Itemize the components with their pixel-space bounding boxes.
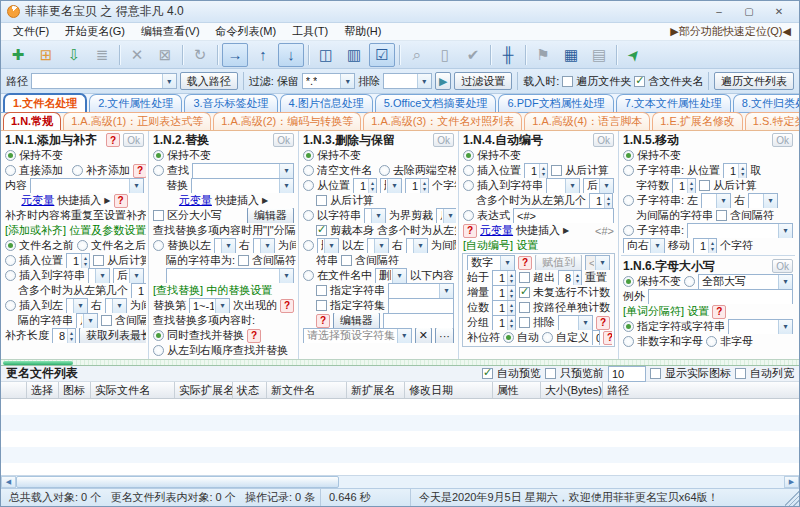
case-mode-combobox[interactable]: 全部大写 xyxy=(698,274,793,289)
add-folder-icon[interactable]: ⊞ xyxy=(33,43,59,67)
subtab-compare-list[interactable]: 1.A.高级(3)：文件名对照列表 xyxy=(363,112,522,130)
layout-columns-icon[interactable]: ▥ xyxy=(341,43,367,67)
skip-unchecked-checkbox[interactable] xyxy=(519,287,530,298)
menu-view[interactable]: 编辑查看(V) xyxy=(133,24,208,39)
submenu-arrow-icon[interactable]: ▶ xyxy=(262,196,268,205)
overflow-checkbox[interactable] xyxy=(519,272,530,283)
auto-preview-checkbox[interactable] xyxy=(482,368,493,379)
replace-combobox[interactable] xyxy=(191,178,294,193)
ok-button[interactable]: Ok xyxy=(273,133,294,147)
ok-button[interactable]: Ok xyxy=(123,133,144,147)
menu-rename[interactable]: 开始更名(G) xyxy=(57,24,133,39)
search-check-icon[interactable]: ⌕ xyxy=(404,43,430,67)
clear-preset-icon[interactable]: ✕ xyxy=(415,328,432,343)
scroll-right-icon[interactable]: ▶ xyxy=(784,476,799,488)
submenu-arrow-icon[interactable]: ▶ xyxy=(104,196,110,205)
from-end-checkbox[interactable] xyxy=(551,165,562,176)
move-count-spinner[interactable]: 1 xyxy=(693,238,717,253)
check-all-icon[interactable]: ✔ xyxy=(460,43,486,67)
from-position-radio[interactable] xyxy=(303,180,314,191)
delete-mode-combobox[interactable]: 删除 xyxy=(380,178,402,193)
help-icon[interactable]: ? xyxy=(114,194,128,208)
help-icon[interactable]: ? xyxy=(463,224,477,238)
help-icon[interactable]: ? xyxy=(603,331,612,345)
keep-radio[interactable] xyxy=(623,276,634,287)
substring-radio[interactable] xyxy=(623,225,634,236)
include-sep-checkbox[interactable] xyxy=(238,255,249,266)
menu-file[interactable]: 文件(F) xyxy=(5,24,57,39)
nth-spinner[interactable]: 1 xyxy=(131,283,146,298)
table-row[interactable] xyxy=(1,415,799,431)
row-index-header[interactable] xyxy=(1,382,27,398)
help-icon[interactable]: ? xyxy=(596,316,610,330)
number-type-combobox[interactable]: 数字 xyxy=(467,255,515,270)
insert-to-string-radio[interactable] xyxy=(5,270,16,281)
position-spinner[interactable]: 1 xyxy=(353,178,377,193)
column-select[interactable]: 选择 xyxy=(27,382,59,398)
direction-combobox[interactable]: 向右 xyxy=(623,238,665,253)
include-sep-checkbox[interactable] xyxy=(716,210,727,221)
column-icon[interactable]: 图标 xyxy=(59,382,91,398)
column-actual-name[interactable]: 实际文件名 xyxy=(91,382,175,398)
maximize-button[interactable]: ▢ xyxy=(735,4,763,20)
filter-sliders-icon[interactable]: ╫ xyxy=(495,43,521,67)
char-count-spinner[interactable]: 1 xyxy=(672,178,696,193)
table-horizontal-scrollbar[interactable]: ◀ ▶ xyxy=(1,475,799,488)
expression-radio[interactable] xyxy=(463,210,474,221)
meta-variable-link[interactable]: 元变量 xyxy=(480,223,513,238)
clear-name-radio[interactable] xyxy=(303,165,314,176)
from-end-checkbox[interactable] xyxy=(316,195,327,206)
position-spinner[interactable]: 1 xyxy=(723,163,747,178)
subtab-specific-type[interactable]: 1.S.特定类型文件名修改 xyxy=(745,112,800,130)
remove-item-icon[interactable]: ✕ xyxy=(124,43,150,67)
help-icon[interactable]: ? xyxy=(712,305,726,319)
specify-separator-radio[interactable] xyxy=(623,321,634,332)
auto-column-width-checkbox[interactable] xyxy=(735,368,746,379)
after-name-radio[interactable] xyxy=(77,240,88,251)
scrollbar-thumb[interactable] xyxy=(16,476,339,488)
subtab-general[interactable]: 1.N.常规 xyxy=(3,112,61,130)
trim-radio[interactable] xyxy=(379,165,390,176)
tab-image-info[interactable]: 4.图片信息处理 xyxy=(280,94,373,112)
insert-to-string-combobox[interactable] xyxy=(88,268,110,283)
tab-pdf-attr[interactable]: 6.PDF文档属性处理 xyxy=(498,94,613,112)
scrollbar-track[interactable] xyxy=(16,476,784,488)
overflow-spinner[interactable]: 8 xyxy=(558,270,582,285)
scroll-left-icon[interactable]: ◀ xyxy=(1,476,16,488)
column-new-name[interactable]: 新文件名 xyxy=(267,382,347,398)
keep-radio[interactable] xyxy=(623,150,634,161)
tab-music-tag[interactable]: 3.音乐标签处理 xyxy=(184,94,277,112)
subtab-extension[interactable]: 1.E.扩展名修改 xyxy=(652,112,743,130)
right-sep-combobox[interactable] xyxy=(406,238,428,253)
include-folder-name-checkbox[interactable] xyxy=(634,76,645,87)
insert-pos-radio[interactable] xyxy=(463,165,474,176)
tab-text-attr[interactable]: 7.文本文件属性处理 xyxy=(616,94,731,112)
between-replace-combobox[interactable] xyxy=(166,268,294,283)
help-icon[interactable]: ? xyxy=(133,164,146,178)
column-status[interactable]: 状态 xyxy=(233,382,267,398)
trash-check-icon[interactable]: ▯ xyxy=(432,43,458,67)
delete-between-radio[interactable] xyxy=(303,240,314,251)
ok-button[interactable]: Ok xyxy=(433,133,454,147)
substring-pos-radio[interactable] xyxy=(623,165,634,176)
include-sep-checkbox[interactable] xyxy=(341,255,352,266)
occurrence-combobox[interactable]: 1~-1 xyxy=(189,298,230,313)
scrollbar-thumb[interactable] xyxy=(3,361,73,365)
table-row[interactable] xyxy=(1,399,799,415)
insert-pos-spinner[interactable]: 1 xyxy=(66,253,90,268)
subtab-regex[interactable]: 1.A.高级(1)：正则表达式等 xyxy=(63,112,211,130)
include-sep-checkbox[interactable] xyxy=(101,315,112,326)
apply-filter-icon[interactable]: ▶ xyxy=(435,72,451,90)
tab-office-summary[interactable]: 5.Office文档摘要处理 xyxy=(375,94,497,112)
preview-first-checkbox[interactable] xyxy=(545,368,556,379)
charset-textbox[interactable] xyxy=(388,298,454,313)
content-combobox[interactable] xyxy=(30,178,144,193)
pad-custom-radio[interactable] xyxy=(542,332,553,343)
before-name-radio[interactable] xyxy=(5,240,16,251)
flag-icon[interactable]: ⚑ xyxy=(530,43,556,67)
insert-to-string-combobox[interactable] xyxy=(546,178,580,193)
meta-variable-link[interactable]: 元变量 xyxy=(21,193,54,208)
insert-between-radio[interactable] xyxy=(5,300,16,311)
side-combobox[interactable]: 后 xyxy=(583,178,614,193)
side-combobox[interactable]: 后 xyxy=(113,268,144,283)
